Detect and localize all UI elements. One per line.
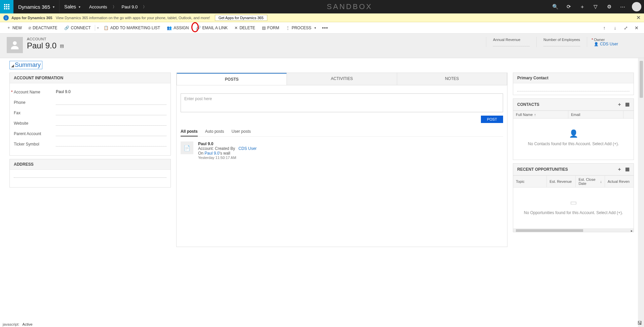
fax-value[interactable] [56, 110, 166, 115]
annual-revenue-label: Annual Revenue [493, 38, 530, 42]
annual-revenue-value[interactable] [493, 42, 530, 46]
svg-rect-6 [4, 8, 5, 9]
assign-button[interactable]: 👥ASSIGN [163, 22, 192, 33]
scroll-right-icon[interactable]: ▸ [631, 229, 633, 233]
chevron-right-icon: 〉 [140, 4, 149, 9]
scroll-thumb[interactable] [516, 229, 583, 232]
search-icon[interactable]: 🔍 [548, 0, 562, 13]
svg-rect-7 [6, 8, 7, 9]
record-menu-icon[interactable]: ▤ [60, 43, 64, 48]
connect-split-chevron[interactable]: ▾ [96, 26, 100, 30]
new-button[interactable]: ＋NEW [3, 22, 25, 33]
process-button[interactable]: ⋮PROCESS▾ [282, 22, 319, 33]
col-email[interactable]: Email [568, 111, 623, 118]
breadcrumb-item[interactable]: Paul 9.0 [119, 4, 141, 9]
address-value[interactable] [14, 173, 166, 178]
sort-desc-icon: ↓ [600, 179, 602, 183]
owner-value[interactable]: 👤 CDS User [594, 42, 631, 46]
primary-contact-header: Primary Contact [513, 73, 634, 83]
more-icon[interactable]: ⋯ [616, 0, 629, 13]
website-label: Website [14, 121, 56, 126]
nav-down-icon[interactable]: ↓ [611, 25, 619, 31]
sort-asc-icon: ↑ [534, 113, 536, 117]
area-dropdown[interactable]: Sales ▾ [60, 0, 85, 13]
grid-icon[interactable]: ▦ [625, 166, 630, 172]
chevron-down-icon: ▾ [53, 5, 54, 9]
tab-notes[interactable]: NOTES [397, 73, 507, 85]
collapse-icon: ◢ [11, 64, 14, 68]
add-contact-icon[interactable]: ＋ [617, 101, 622, 108]
parent-account-value[interactable] [56, 131, 166, 136]
settings-icon[interactable]: ⚙ [602, 0, 616, 13]
post-timestamp: Yesterday 11:50:17 AM [198, 156, 257, 160]
delete-button[interactable]: ✕DELETE [231, 22, 259, 33]
nav-up-icon[interactable]: ↑ [600, 25, 608, 31]
chevron-right-icon: 〉 [110, 4, 119, 9]
connect-button[interactable]: 🔗CONNECT [61, 22, 94, 33]
num-employees-value[interactable] [543, 42, 580, 46]
ticker-label: Ticker Symbol [14, 142, 56, 147]
col-topic[interactable]: Topic [513, 176, 547, 187]
horizontal-scrollbar[interactable]: ▸ [513, 229, 634, 232]
deactivate-button[interactable]: ⎚DEACTIVATE [25, 22, 61, 33]
user-avatar[interactable] [632, 2, 641, 11]
add-to-marketing-list-button[interactable]: 📋ADD TO MARKETING LIST [100, 22, 163, 33]
get-apps-button[interactable]: Get Apps for Dynamics 365 [215, 15, 267, 21]
col-est-close[interactable]: Est. Close Date ↓ [576, 176, 605, 187]
notification-text: View Dynamics 365 information on the go … [56, 16, 210, 20]
phone-value[interactable] [56, 100, 166, 105]
post-title: Paul 9.0 [198, 141, 257, 146]
tab-posts[interactable]: POSTS [177, 73, 287, 85]
svg-rect-4 [6, 6, 7, 7]
filter-icon[interactable]: ▽ [589, 0, 602, 13]
post-button[interactable]: POST [481, 116, 503, 123]
email-link-button[interactable]: 🔗EMAIL A LINK [192, 22, 231, 33]
global-nav: Dynamics 365 ▾ Sales ▾ Accounts 〉 Paul 9… [0, 0, 644, 13]
section-summary[interactable]: ◢Summary [9, 61, 42, 69]
area-label: Sales [64, 4, 76, 9]
popout-icon[interactable]: ⤢ [622, 25, 630, 31]
post-input[interactable]: Enter post here [181, 93, 503, 112]
close-icon[interactable]: ✕ [633, 25, 641, 31]
ticker-value[interactable] [56, 141, 166, 147]
close-icon[interactable]: ✕ [636, 14, 641, 21]
svg-rect-5 [8, 6, 9, 7]
col-actual-revenue[interactable]: Actual Reven [605, 176, 634, 187]
svg-point-9 [13, 41, 16, 45]
status-hint: javascript: [3, 322, 20, 326]
scroll-thumb[interactable] [640, 61, 643, 98]
address-panel: ADDRESS [9, 159, 171, 188]
page-scrollbar[interactable] [638, 58, 644, 327]
col-fullname[interactable]: Full Name ↑ [513, 111, 568, 118]
post-author-link[interactable]: CDS User [238, 146, 257, 151]
breadcrumb-item[interactable]: Accounts [86, 4, 110, 9]
phone-label: Phone [14, 100, 56, 105]
more-commands[interactable]: ••• [319, 25, 331, 31]
contacts-header: CONTACTS [517, 102, 539, 107]
chevron-down-icon: ▾ [314, 26, 316, 30]
save-icon[interactable]: 🖫 [637, 320, 642, 326]
brand-dropdown[interactable]: Dynamics 365 ▾ [13, 0, 60, 13]
empty-person-icon: 👤 [517, 129, 630, 138]
subtab-auto-posts[interactable]: Auto posts [205, 129, 224, 136]
col-est-revenue[interactable]: Est. Revenue [547, 176, 576, 187]
app-launcher-icon[interactable] [0, 0, 13, 13]
subtab-user-posts[interactable]: User posts [231, 129, 251, 136]
tab-activities[interactable]: ACTIVITIES [287, 73, 396, 85]
grid-icon[interactable]: ▦ [625, 101, 630, 108]
add-icon[interactable]: ＋ [575, 0, 589, 13]
add-opportunity-icon[interactable]: ＋ [617, 166, 622, 172]
svg-rect-2 [8, 4, 9, 5]
website-value[interactable] [56, 121, 166, 126]
recent-icon[interactable]: ⟳ [562, 0, 575, 13]
form-button[interactable]: ▤FORM [259, 22, 282, 33]
account-name-value[interactable]: Paul 9.0 [56, 89, 166, 94]
post-wall-link[interactable]: Paul 9.0 [204, 151, 219, 156]
primary-contact-value[interactable] [517, 87, 630, 91]
owner-label: Owner [594, 38, 631, 42]
num-employees-label: Number of Employees [543, 38, 580, 42]
link-icon: 🔗 [196, 26, 201, 30]
subtab-all-posts[interactable]: All posts [181, 129, 198, 136]
sandbox-watermark: SANDBOX [327, 2, 373, 11]
opportunities-panel: RECENT OPPORTUNITIES ＋ ▦ Topic Est. Reve… [513, 163, 634, 232]
